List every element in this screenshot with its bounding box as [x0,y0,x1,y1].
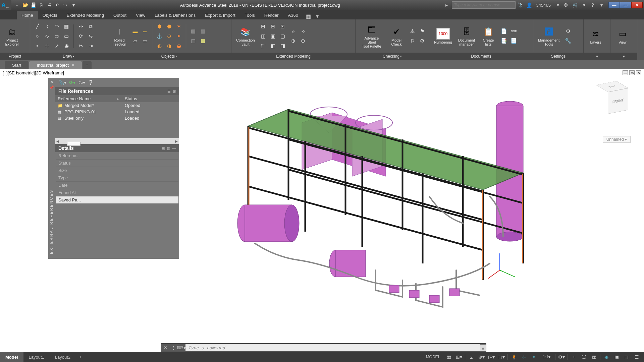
notch-icon[interactable]: ◒ [174,42,183,50]
set2-icon[interactable]: 🔧 [564,37,572,45]
grid-icon[interactable]: ▦ [444,352,453,362]
plus-icon[interactable]: + [569,352,579,362]
save-icon[interactable]: 💾 [30,1,37,9]
mirror-icon[interactable]: ⇋ [86,32,95,41]
ellipse-icon[interactable]: ⬭ [52,32,61,41]
cmd-expand-icon[interactable]: ▴ [480,345,486,351]
tree-view-icon[interactable]: ⊞ [173,89,176,94]
cmd-handle-icon[interactable]: ⋮ [169,344,177,352]
vp-close-icon[interactable]: ✕ [636,70,641,75]
arc-icon[interactable]: ◠ [52,22,61,31]
dxf-icon[interactable]: DXF [509,27,518,36]
tool-palette-button[interactable]: 🗔 Advance Steel Tool Palette [358,23,385,49]
xref-row[interactable]: ▦PPG-PIPING-01Loaded [55,109,179,115]
panel-title-view[interactable]: ▾ [610,53,637,60]
detail1-icon[interactable]: ▤ [161,146,165,150]
rotate-icon[interactable]: ⟳ [76,32,85,41]
point-icon[interactable]: • [33,42,42,50]
new-icon[interactable]: ▫ [13,1,21,9]
plate-icon[interactable]: ▱ [131,37,140,45]
file-tab-start[interactable]: Start [5,61,29,69]
tab-a360[interactable]: A360 [283,11,303,19]
document-manager-button[interactable]: 🗄 Document manager [456,25,477,47]
palette-strip[interactable]: ✕📌 EXTERNAL REFERENCES [48,78,55,259]
help-icon[interactable]: ? [589,1,596,9]
binoculars-icon[interactable]: 🔭 [517,1,524,9]
layout-tab-model[interactable]: Model [0,352,23,362]
undo-icon[interactable]: ↶ [54,1,61,9]
trim-icon[interactable]: ✂ [76,42,85,50]
cmd-prompt-icon[interactable]: ⌨▾ [177,344,185,352]
new-tab-button[interactable]: + [83,61,92,69]
ext2-icon[interactable]: ⊟ [269,22,277,31]
grating3-icon[interactable]: ▧ [189,37,198,45]
spline-icon[interactable]: ∿ [43,32,51,41]
col-status[interactable]: Status [122,95,140,102]
extend-icon[interactable]: ⇥ [86,42,95,50]
maximize-button[interactable]: ▭ [620,2,631,8]
palette-pin-icon[interactable]: 📌 [49,85,54,90]
line-icon[interactable]: ╱ [33,22,42,31]
cmd-close-icon[interactable]: ✕ [161,344,169,352]
set1-icon[interactable]: ⚙ [564,27,572,36]
beam-icon[interactable]: ▬ [131,27,140,36]
stud-icon[interactable]: ⊙ [165,32,173,41]
dropdown2-icon[interactable]: ▾ [580,1,588,9]
hscrollbar[interactable]: ◀▶ [55,138,179,144]
list-view-icon[interactable]: ☰ [167,89,171,94]
tab-view[interactable]: View [131,11,150,19]
ortho-icon[interactable]: ⊾ [467,352,476,362]
tab-tools[interactable]: Tools [240,11,260,19]
rect-icon[interactable]: ▭ [62,32,71,41]
attach-icon[interactable]: 📎▾ [58,80,66,85]
anno-scale[interactable]: 1:1 ▾ [539,352,554,362]
panel-title-checking[interactable]: Checking [356,53,429,60]
palette-close-icon[interactable]: ✕ [50,80,53,84]
app-logo[interactable]: ASTL [0,0,11,10]
help-drop-icon[interactable]: ▾ [598,1,605,9]
ribbon-collapse-icon[interactable]: ▾ [314,13,320,19]
walk-icon[interactable]: ▦ [589,352,599,362]
gear-icon[interactable]: ⚙▾ [557,352,566,362]
cut-icon[interactable]: ◐ [155,42,164,50]
snap-icon[interactable]: ⊞▾ [454,352,464,362]
move-icon[interactable]: ⇔ [76,22,85,31]
tab-output[interactable]: Output [109,11,131,19]
layout-tab-layout1[interactable]: Layout1 [23,352,50,362]
redo-icon[interactable]: ↷ [62,1,69,9]
bolt2-icon[interactable]: ⬣ [165,22,173,31]
ext4-icon[interactable]: ◫ [259,32,268,41]
cube-front[interactable]: FRONT [608,88,628,114]
custom-icon[interactable]: ☰ [632,352,641,362]
tab-labels-dimensions[interactable]: Labels & Dimensions [150,11,200,19]
connection-vault-button[interactable]: 📚 Connection vault [234,25,257,47]
numbering-button[interactable]: 1000 Numbering [432,27,454,45]
beam2-icon[interactable]: ═ [141,27,149,36]
polyline-icon[interactable]: ⌇ [43,22,51,31]
shear-icon[interactable]: ✦ [174,32,183,41]
grating-icon[interactable]: ▩ [189,27,198,36]
cope-icon[interactable]: ◑ [165,42,173,50]
ext13-icon[interactable]: ⊖ [299,37,308,45]
copy-icon[interactable]: ⧉ [86,22,95,31]
ext6-icon[interactable]: ▢ [278,32,287,41]
hatch-icon[interactable]: ▦ [62,22,71,31]
chk4-icon[interactable]: ⚙ [418,37,426,45]
chk1-icon[interactable]: ⚠ [408,27,417,36]
ext8-icon[interactable]: ◧ [269,42,277,50]
grating4-icon[interactable]: ▩ [199,37,207,45]
bolt-icon[interactable]: ⬢ [155,22,164,31]
management-tools-button[interactable]: 🅰 Management Tools [536,25,561,47]
ext3-icon[interactable]: ⊡ [278,22,287,31]
viewport-label[interactable]: [−][SE Isometric][2D Wireframe] [3,70,64,75]
ext11-icon[interactable]: ⟡ [299,27,308,36]
help2-icon[interactable]: ❔ [88,80,94,85]
exchange-icon[interactable]: ⛒ [563,1,570,9]
xref-row[interactable]: 📁Merged Model*Opened [55,102,179,109]
hw-accel-icon[interactable]: ▣ [612,352,621,362]
view-button[interactable]: ▭ View [613,27,632,45]
cart-icon[interactable]: 🛒 [572,1,579,9]
clean-screen-icon[interactable]: ◻ [622,352,631,362]
create-lists-button[interactable]: 📋 Create lists [479,25,498,47]
ext9-icon[interactable]: ◨ [278,42,287,50]
